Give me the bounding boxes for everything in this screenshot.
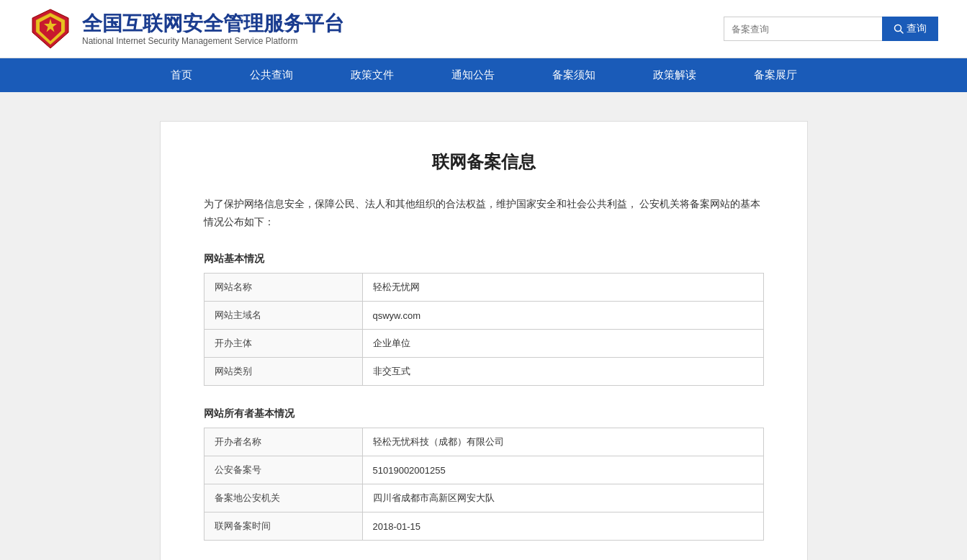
logo-sub-title: National Internet Security Management Se… [82, 36, 344, 46]
search-area: 查询 [724, 17, 938, 41]
table-row: 公安备案号51019002001255 [204, 456, 763, 484]
section2-title: 网站所有者基本情况 [204, 407, 764, 420]
nav-item-icp-hall[interactable]: 备案展厅 [725, 58, 826, 92]
nav-item-notices[interactable]: 通知公告 [423, 58, 523, 92]
police-badge-icon [29, 7, 72, 50]
svg-line-5 [901, 31, 904, 34]
nav-item-public-query[interactable]: 公共查询 [221, 58, 322, 92]
main-nav: 首页 公共查询 政策文件 通知公告 备案须知 政策解读 备案展厅 [0, 58, 967, 92]
main-content: 联网备案信息 为了保护网络信息安全，保障公民、法人和其他组织的合法权益，维护国家… [160, 121, 808, 560]
table-row: 网站类别非交互式 [204, 358, 763, 386]
nav-item-policy-interpret[interactable]: 政策解读 [624, 58, 725, 92]
row-label: 公安备案号 [204, 456, 362, 484]
table-row: 网站主域名qswyw.com [204, 302, 763, 330]
section1-title: 网站基本情况 [204, 253, 764, 266]
logo-area: 全国互联网安全管理服务平台 National Internet Security… [29, 7, 344, 50]
nav-item-policy-docs[interactable]: 政策文件 [322, 58, 423, 92]
table-row: 开办主体企业单位 [204, 330, 763, 358]
row-value: 2018-01-15 [362, 512, 763, 541]
row-value: 企业单位 [362, 330, 763, 358]
row-label: 网站主域名 [204, 302, 362, 330]
row-value: 轻松无忧网 [362, 274, 763, 302]
table-row: 开办者名称轻松无忧科技（成都）有限公司 [204, 428, 763, 456]
row-value: 四川省成都市高新区网安大队 [362, 484, 763, 512]
table-row: 备案地公安机关四川省成都市高新区网安大队 [204, 484, 763, 512]
owner-basic-table: 开办者名称轻松无忧科技（成都）有限公司公安备案号51019002001255备案… [204, 428, 764, 541]
search-button[interactable]: 查询 [882, 17, 938, 41]
search-icon [894, 24, 904, 34]
row-label: 网站名称 [204, 274, 362, 302]
nav-item-icp-guide[interactable]: 备案须知 [523, 58, 624, 92]
row-label: 联网备案时间 [204, 512, 362, 541]
row-value: qswyw.com [362, 302, 763, 330]
header: 全国互联网安全管理服务平台 National Internet Security… [0, 0, 967, 58]
intro-text: 为了保护网络信息安全，保障公民、法人和其他组织的合法权益，维护国家安全和社会公共… [204, 195, 764, 231]
logo-main-title: 全国互联网安全管理服务平台 [82, 12, 344, 36]
nav-item-home[interactable]: 首页 [142, 58, 221, 92]
website-basic-table: 网站名称轻松无忧网网站主域名qswyw.com开办主体企业单位网站类别非交互式 [204, 273, 764, 386]
row-label: 开办者名称 [204, 428, 362, 456]
table-row: 网站名称轻松无忧网 [204, 274, 763, 302]
row-value: 非交互式 [362, 358, 763, 386]
table-row: 联网备案时间2018-01-15 [204, 512, 763, 541]
row-label: 开办主体 [204, 330, 362, 358]
row-label: 备案地公安机关 [204, 484, 362, 512]
row-label: 网站类别 [204, 358, 362, 386]
search-input[interactable] [724, 17, 882, 41]
row-value: 轻松无忧科技（成都）有限公司 [362, 428, 763, 456]
row-value: 51019002001255 [362, 456, 763, 484]
page-title: 联网备案信息 [204, 150, 764, 173]
logo-text-block: 全国互联网安全管理服务平台 National Internet Security… [82, 12, 344, 46]
